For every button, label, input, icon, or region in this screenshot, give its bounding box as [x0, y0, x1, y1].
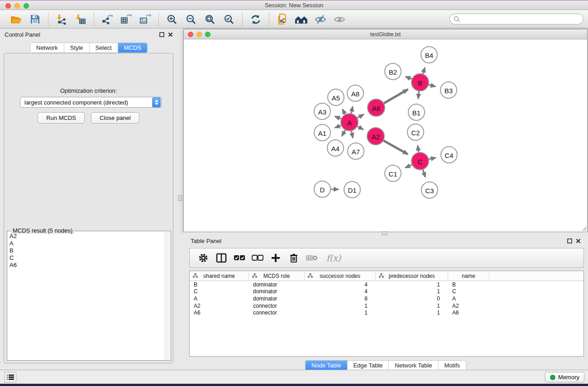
table-cell[interactable]: A6: [190, 310, 249, 316]
table-cell[interactable]: 1: [376, 288, 448, 295]
table-cell[interactable]: dominator: [249, 288, 305, 295]
column-header-mcds-role[interactable]: MCDS role: [249, 271, 305, 281]
graph-node-D1[interactable]: D1: [344, 181, 360, 198]
graph-node-C1[interactable]: C1: [385, 165, 401, 181]
zoom-selected-icon[interactable]: [221, 12, 237, 27]
edge-B-B3[interactable]: [428, 85, 435, 86]
table-cell[interactable]: A: [448, 295, 489, 302]
result-scrollbar[interactable]: [165, 232, 170, 360]
column-header-successor-nodes[interactable]: successor nodes: [305, 271, 376, 281]
node-table[interactable]: shared nameMCDS rolesuccessor nodesprede…: [189, 271, 584, 357]
table-cell[interactable]: B: [190, 281, 249, 288]
graph-node-B3[interactable]: B3: [440, 82, 457, 98]
graph-node-C[interactable]: C: [411, 152, 429, 170]
result-item[interactable]: A2: [8, 233, 165, 240]
result-item[interactable]: A6: [8, 262, 165, 269]
tab-node-table[interactable]: Node Table: [306, 361, 348, 370]
mcds-result-list[interactable]: A2ABCA6: [8, 233, 165, 358]
table-row[interactable]: A6connector11A6: [190, 309, 583, 316]
tab-network[interactable]: Network: [30, 43, 64, 52]
table-row[interactable]: Bdominator41B: [190, 281, 583, 288]
show-columns-icon[interactable]: [213, 250, 229, 266]
float-panel-icon[interactable]: [159, 32, 164, 37]
graph-node-A6[interactable]: A6: [368, 99, 385, 116]
graph-node-A2[interactable]: A2: [367, 128, 384, 145]
table-cell[interactable]: 0: [376, 295, 448, 302]
graph-node-A7[interactable]: A7: [348, 143, 364, 159]
search-field[interactable]: [449, 14, 583, 24]
maximize-window-icon[interactable]: [24, 3, 29, 9]
close-panel-icon[interactable]: [168, 32, 173, 37]
graph-node-A4[interactable]: A4: [327, 140, 344, 156]
close-panel-icon[interactable]: [576, 238, 581, 243]
column-header-predecessor-nodes[interactable]: predecessor nodes: [376, 271, 448, 281]
panel-divider-horizontal[interactable]: [183, 232, 588, 235]
result-item[interactable]: A: [8, 240, 165, 247]
show-eye-icon[interactable]: [332, 12, 347, 27]
edge-A-A1[interactable]: [335, 125, 341, 128]
edge-C-C2[interactable]: [418, 146, 419, 153]
select-all-checks-icon[interactable]: [231, 250, 248, 266]
save-session-icon[interactable]: [27, 12, 43, 27]
tab-select[interactable]: Select: [90, 43, 118, 52]
edge-C-C3[interactable]: [423, 169, 425, 177]
edge-A-A7[interactable]: [351, 131, 353, 138]
table-cell[interactable]: 1: [376, 281, 448, 288]
table-row[interactable]: A2connector11A2: [190, 302, 583, 310]
graph-node-B1[interactable]: B1: [408, 104, 425, 120]
graph-node-A1[interactable]: A1: [314, 124, 330, 141]
window-resize-grip[interactable]: [582, 226, 587, 231]
import-table-icon[interactable]: [73, 12, 88, 27]
navigator-home-icon[interactable]: [294, 12, 309, 27]
table-cell[interactable]: 1: [376, 310, 448, 316]
table-cell[interactable]: dominator: [249, 281, 305, 288]
tab-mcds[interactable]: MCDS: [118, 43, 147, 52]
table-cell[interactable]: connector: [249, 310, 305, 316]
graph-node-B[interactable]: B: [411, 74, 429, 91]
refresh-layout-icon[interactable]: [248, 12, 263, 27]
apply-function-icon[interactable]: f(x): [322, 250, 345, 266]
import-network-icon[interactable]: [54, 12, 69, 27]
table-cell[interactable]: A: [190, 295, 249, 302]
minimize-window-icon[interactable]: [14, 3, 20, 9]
table-cell[interactable]: C: [448, 288, 489, 295]
column-header-shared-name[interactable]: shared name: [190, 271, 249, 281]
deselect-all-checks-icon[interactable]: [249, 250, 266, 266]
table-cell[interactable]: 1: [376, 303, 448, 309]
network-canvas[interactable]: B4B2BB3A8A5A6A3B1AA1C2A2A4A7C4CC1C3DD1: [184, 40, 587, 232]
edge-A-A6[interactable]: [357, 114, 364, 118]
table-cell[interactable]: 4: [305, 281, 376, 288]
table-cell[interactable]: A6: [448, 310, 489, 316]
open-file-icon[interactable]: [8, 12, 24, 27]
network-minimize-icon[interactable]: [196, 32, 202, 37]
graph-node-C3[interactable]: C3: [421, 182, 438, 198]
zoom-out-icon[interactable]: [183, 12, 199, 27]
graph-node-A3[interactable]: A3: [314, 103, 330, 119]
table-cell[interactable]: 1: [305, 310, 376, 316]
result-item[interactable]: B: [8, 247, 165, 254]
criterion-dropdown[interactable]: largest connected component (directed): [20, 97, 162, 108]
tab-network-table[interactable]: Network Table: [389, 361, 438, 370]
run-mcds-button[interactable]: Run MCDS: [38, 112, 85, 124]
graph-node-D[interactable]: D: [314, 181, 330, 197]
export-table-icon[interactable]: [119, 12, 134, 27]
float-panel-icon[interactable]: [567, 238, 572, 243]
table-cell[interactable]: 1: [305, 303, 376, 309]
export-image-icon[interactable]: [138, 12, 153, 27]
graph-node-C4[interactable]: C4: [441, 147, 457, 163]
zoom-in-icon[interactable]: [164, 12, 180, 27]
edge-A-A5[interactable]: [342, 109, 345, 114]
hide-eye-icon[interactable]: [313, 12, 328, 27]
task-history-button[interactable]: [5, 372, 16, 382]
column-header-name[interactable]: name: [448, 271, 489, 281]
edge-C-C4[interactable]: [429, 157, 436, 159]
graph-node-B2[interactable]: B2: [385, 63, 401, 80]
edge-A6-B[interactable]: [383, 89, 408, 103]
table-cell[interactable]: B: [448, 281, 489, 288]
clone-network-icon[interactable]: [275, 12, 290, 27]
tab-style[interactable]: Style: [64, 43, 90, 52]
table-cell[interactable]: C: [190, 288, 249, 295]
graph-node-A8[interactable]: A8: [347, 85, 363, 101]
network-maximize-icon[interactable]: [205, 32, 210, 37]
edge-A-A3[interactable]: [335, 116, 342, 119]
